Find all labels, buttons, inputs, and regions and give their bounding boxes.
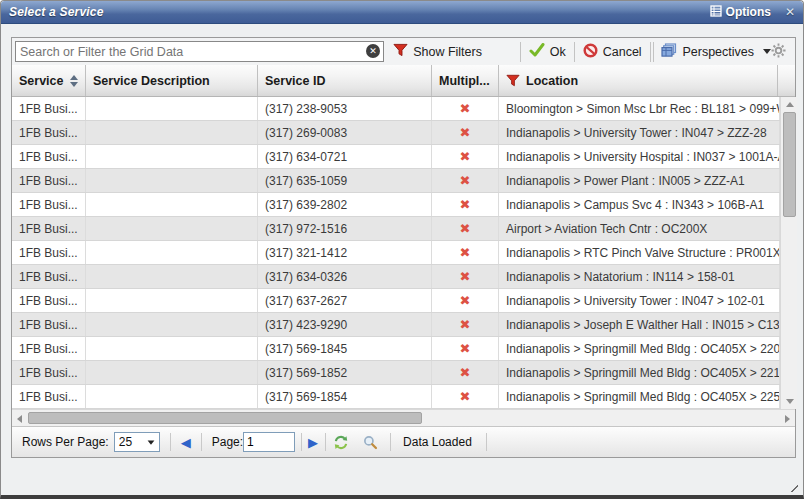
page-input[interactable] bbox=[243, 432, 295, 452]
horizontal-scroll-thumb[interactable] bbox=[28, 412, 422, 424]
cell-multiple: ✖ bbox=[432, 169, 499, 192]
search-input[interactable] bbox=[15, 41, 384, 62]
cell-service: 1FB Busi... bbox=[12, 121, 86, 144]
separator bbox=[325, 433, 326, 451]
red-x-icon: ✖ bbox=[460, 390, 471, 403]
table-row[interactable]: 1FB Busi...(317) 639-2802✖Indianapolis >… bbox=[12, 193, 780, 217]
table-row[interactable]: 1FB Busi...(317) 634-0721✖Indianapolis >… bbox=[12, 145, 780, 169]
vertical-scroll-thumb[interactable] bbox=[783, 112, 796, 217]
separator bbox=[201, 433, 202, 451]
table-body: 1FB Busi...(317) 238-9053✖Bloomington > … bbox=[12, 97, 780, 409]
table-row[interactable]: 1FB Busi...(317) 321-1412✖Indianapolis >… bbox=[12, 241, 780, 265]
perspectives-label: Perspectives bbox=[682, 45, 754, 59]
separator bbox=[520, 42, 521, 62]
cancel-button[interactable]: Cancel bbox=[583, 43, 642, 61]
cell-multiple: ✖ bbox=[432, 313, 499, 336]
red-x-icon: ✖ bbox=[460, 294, 471, 307]
gear-icon[interactable] bbox=[771, 43, 786, 61]
options-list-icon bbox=[710, 3, 722, 21]
column-label: Service ID bbox=[265, 74, 325, 88]
cell-service_id: (317) 238-9053 bbox=[258, 97, 432, 120]
prev-page-button[interactable]: ◀ bbox=[181, 436, 191, 449]
scroll-up-arrow-icon[interactable] bbox=[781, 97, 798, 112]
cell-location: Indianapolis > Power Plant : IN005 > ZZZ… bbox=[499, 169, 780, 192]
column-label: Service bbox=[19, 74, 63, 88]
magnifier-icon[interactable] bbox=[363, 435, 378, 450]
search-clear-icon[interactable]: ✕ bbox=[366, 44, 380, 58]
cell-location: Indianapolis > Springmill Med Bldg : OC4… bbox=[499, 385, 780, 408]
column-header-description[interactable]: Service Description bbox=[86, 65, 258, 96]
cell-description bbox=[86, 241, 258, 264]
cell-description bbox=[86, 169, 258, 192]
cell-location: Indianapolis > Joseph E Walther Hall : I… bbox=[499, 313, 780, 336]
cell-service_id: (317) 637-2627 bbox=[258, 289, 432, 312]
separator bbox=[390, 433, 391, 451]
dialog-title: Select a Service bbox=[9, 5, 104, 19]
search-wrap: ✕ bbox=[15, 41, 384, 62]
cell-description bbox=[86, 385, 258, 408]
column-header-multiple[interactable]: Multipl... bbox=[432, 65, 499, 96]
scroll-down-arrow-icon[interactable] bbox=[781, 394, 798, 409]
column-header-service-id[interactable]: Service ID bbox=[258, 65, 432, 96]
options-button[interactable]: Options bbox=[710, 3, 771, 21]
scroll-right-arrow-icon[interactable] bbox=[780, 411, 795, 426]
resize-handle[interactable] bbox=[786, 480, 798, 492]
cell-service_id: (317) 423-9290 bbox=[258, 313, 432, 336]
cell-multiple: ✖ bbox=[432, 265, 499, 288]
separator bbox=[574, 42, 575, 62]
vertical-scrollbar[interactable] bbox=[780, 97, 797, 409]
cell-multiple: ✖ bbox=[432, 289, 499, 312]
refresh-icon[interactable] bbox=[333, 435, 349, 450]
chevron-down-icon bbox=[763, 49, 771, 54]
column-header-service[interactable]: Service bbox=[12, 65, 86, 96]
cell-service_id: (317) 569-1854 bbox=[258, 385, 432, 408]
red-x-icon: ✖ bbox=[460, 150, 471, 163]
cell-description bbox=[86, 265, 258, 288]
red-x-icon: ✖ bbox=[460, 102, 471, 115]
cell-service_id: (317) 569-1845 bbox=[258, 337, 432, 360]
red-x-icon: ✖ bbox=[460, 222, 471, 235]
cell-service_id: (317) 634-0721 bbox=[258, 145, 432, 168]
column-label: Service Description bbox=[93, 74, 210, 88]
titlebar[interactable]: Select a Service Options ✕ bbox=[1, 1, 803, 24]
table-header: Service Service Description Service ID M… bbox=[12, 65, 795, 97]
ok-label: Ok bbox=[550, 45, 566, 59]
cell-service: 1FB Busi... bbox=[12, 241, 86, 264]
show-filters-button[interactable]: Show Filters bbox=[393, 43, 482, 60]
table-row[interactable]: 1FB Busi...(317) 423-9290✖Indianapolis >… bbox=[12, 313, 780, 337]
cell-service: 1FB Busi... bbox=[12, 337, 86, 360]
table-row[interactable]: 1FB Busi...(317) 569-1845✖Indianapolis >… bbox=[12, 337, 780, 361]
toolbar: ✕ Show Filters Ok Cancel bbox=[12, 38, 795, 65]
table-row[interactable]: 1FB Busi...(317) 569-1852✖Indianapolis >… bbox=[12, 361, 780, 385]
table-row[interactable]: 1FB Busi...(317) 569-1854✖Indianapolis >… bbox=[12, 385, 780, 409]
table-row[interactable]: 1FB Busi...(317) 269-0083✖Indianapolis >… bbox=[12, 121, 780, 145]
cell-description bbox=[86, 121, 258, 144]
scroll-left-arrow-icon[interactable] bbox=[12, 411, 27, 426]
filter-funnel-icon bbox=[393, 43, 408, 60]
table-row[interactable]: 1FB Busi...(317) 635-1059✖Indianapolis >… bbox=[12, 169, 780, 193]
red-x-icon: ✖ bbox=[460, 342, 471, 355]
ok-button[interactable]: Ok bbox=[529, 43, 566, 60]
cell-multiple: ✖ bbox=[432, 361, 499, 384]
cell-description bbox=[86, 145, 258, 168]
red-x-icon: ✖ bbox=[460, 246, 471, 259]
cell-service: 1FB Busi... bbox=[12, 169, 86, 192]
select-service-dialog: Select a Service Options ✕ ✕ Show Filter… bbox=[0, 0, 804, 499]
sort-icon[interactable] bbox=[70, 75, 78, 87]
perspectives-button[interactable]: Perspectives bbox=[661, 43, 771, 61]
close-icon[interactable]: ✕ bbox=[785, 5, 795, 19]
table-row[interactable]: 1FB Busi...(317) 972-1516✖Airport > Avia… bbox=[12, 217, 780, 241]
table-row[interactable]: 1FB Busi...(317) 637-2627✖Indianapolis >… bbox=[12, 289, 780, 313]
horizontal-scrollbar[interactable] bbox=[12, 409, 795, 426]
cell-multiple: ✖ bbox=[432, 337, 499, 360]
table-row[interactable]: 1FB Busi...(317) 238-9053✖Bloomington > … bbox=[12, 97, 780, 121]
column-header-location[interactable]: Location bbox=[499, 65, 778, 96]
column-label: Location bbox=[526, 74, 578, 88]
next-page-button[interactable]: ▶ bbox=[308, 436, 318, 449]
cell-multiple: ✖ bbox=[432, 121, 499, 144]
cell-service: 1FB Busi... bbox=[12, 313, 86, 336]
cell-multiple: ✖ bbox=[432, 193, 499, 216]
cell-multiple: ✖ bbox=[432, 145, 499, 168]
rows-per-page-select[interactable]: 25 bbox=[114, 432, 160, 452]
table-row[interactable]: 1FB Busi...(317) 634-0326✖Indianapolis >… bbox=[12, 265, 780, 289]
